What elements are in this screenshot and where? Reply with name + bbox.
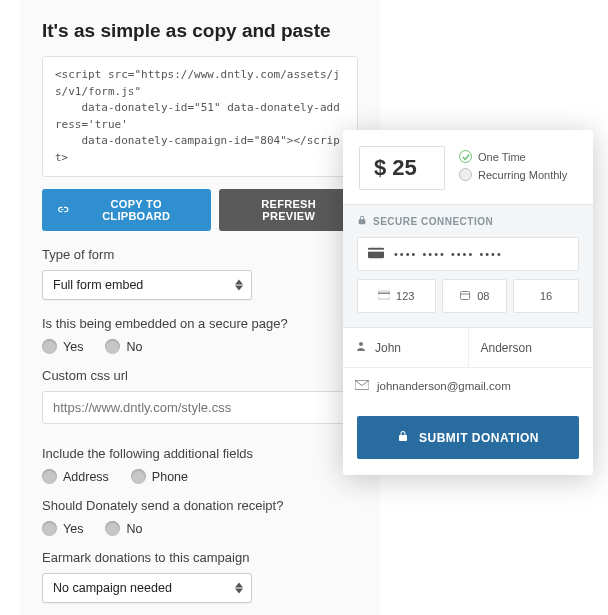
embed-config-panel: It's as simple as copy and paste <script…: [20, 0, 380, 615]
earmark-value: No campaign needed: [53, 581, 172, 595]
embed-code-box[interactable]: <script src="https://www.dntly.com/asset…: [42, 56, 358, 177]
svg-rect-3: [378, 293, 390, 295]
donation-frequency: One Time Recurring Monthly: [459, 146, 577, 186]
submit-donation-button[interactable]: SUBMIT DONATION: [357, 416, 579, 459]
secure-page-yes[interactable]: Yes: [42, 339, 83, 354]
receipt-label: Should Donately send a donation receipt?: [42, 498, 358, 513]
select-arrows-icon: [235, 582, 243, 594]
include-address[interactable]: Address: [42, 469, 109, 484]
svg-rect-1: [368, 250, 384, 252]
cvc-input[interactable]: 123: [357, 279, 436, 313]
earmark-label: Earmark donations to this campaign: [42, 550, 358, 565]
frequency-one-time[interactable]: One Time: [459, 150, 577, 163]
svg-point-6: [359, 342, 363, 346]
check-icon: [459, 150, 472, 163]
mail-icon: [355, 380, 369, 392]
expiry-month-input[interactable]: 08: [442, 279, 508, 313]
copy-to-clipboard-button[interactable]: COPY TO CLIPBOARD: [42, 189, 211, 231]
additional-fields-label: Include the following additional fields: [42, 446, 358, 461]
submit-button-label: SUBMIT DONATION: [419, 431, 539, 445]
donation-form-preview: $ 25 One Time Recurring Monthly SECURE C…: [343, 130, 593, 475]
first-name-input[interactable]: John: [343, 328, 469, 367]
expiry-year-input[interactable]: 16: [513, 279, 579, 313]
secure-connection-label: SECURE CONNECTION: [357, 215, 579, 227]
card-number-input[interactable]: •••• •••• •••• ••••: [357, 237, 579, 271]
radio-icon: [42, 469, 57, 484]
earmark-select[interactable]: No campaign needed: [42, 573, 252, 603]
copy-button-label: COPY TO CLIPBOARD: [75, 198, 197, 222]
email-input[interactable]: johnanderson@gmail.com: [343, 368, 593, 404]
secure-page-no[interactable]: No: [105, 339, 142, 354]
include-phone[interactable]: Phone: [131, 469, 188, 484]
lock-icon: [357, 215, 367, 227]
lock-icon: [397, 429, 409, 446]
svg-rect-0: [368, 248, 384, 259]
panel-title: It's as simple as copy and paste: [42, 20, 358, 42]
type-of-form-label: Type of form: [42, 247, 358, 262]
receipt-no[interactable]: No: [105, 521, 142, 536]
secure-page-label: Is this being embedded on a secure page?: [42, 316, 358, 331]
svg-rect-4: [461, 292, 470, 300]
frequency-recurring[interactable]: Recurring Monthly: [459, 168, 577, 181]
person-icon: [355, 340, 367, 355]
card-icon: [368, 245, 384, 263]
type-of-form-select[interactable]: Full form embed: [42, 270, 252, 300]
radio-icon: [42, 521, 57, 536]
link-icon: [56, 203, 69, 218]
select-arrows-icon: [235, 279, 243, 291]
payment-section: SECURE CONNECTION •••• •••• •••• •••• 12…: [343, 204, 593, 328]
receipt-yes[interactable]: Yes: [42, 521, 83, 536]
radio-icon: [105, 521, 120, 536]
radio-icon: [131, 469, 146, 484]
refresh-preview-button[interactable]: REFRESH PREVIEW: [219, 189, 358, 231]
radio-icon: [459, 168, 472, 181]
type-of-form-value: Full form embed: [53, 278, 143, 292]
radio-icon: [105, 339, 120, 354]
radio-icon: [42, 339, 57, 354]
svg-rect-2: [378, 291, 390, 299]
card-back-icon: [378, 289, 390, 303]
last-name-input[interactable]: Anderson: [469, 328, 594, 367]
donation-amount-input[interactable]: $ 25: [359, 146, 445, 190]
custom-css-input[interactable]: [42, 391, 358, 424]
custom-css-label: Custom css url: [42, 368, 358, 383]
refresh-button-label: REFRESH PREVIEW: [233, 198, 344, 222]
calendar-icon: [459, 289, 471, 303]
